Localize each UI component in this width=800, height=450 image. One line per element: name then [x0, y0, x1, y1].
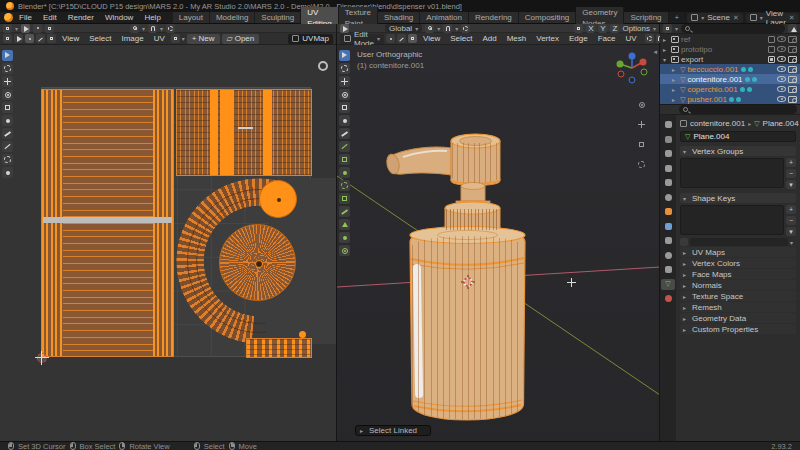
vertex-groups-list[interactable]: [680, 158, 784, 188]
uv-menu-view[interactable]: View: [58, 34, 83, 43]
camera-icon[interactable]: [788, 96, 797, 103]
uv-editor-icon[interactable]: [3, 34, 12, 43]
pivot-point-icon[interactable]: [425, 24, 434, 33]
expand-arrow-icon[interactable]: ▸: [663, 46, 669, 53]
outliner-search-input[interactable]: [681, 24, 785, 33]
tab-layout[interactable]: Layout: [173, 12, 210, 23]
orientation-dropdown[interactable]: Global▾: [385, 24, 422, 32]
panel-face-maps[interactable]: ▸Face Maps: [680, 269, 796, 279]
eye-icon[interactable]: [777, 76, 786, 82]
active-tool-icon[interactable]: [21, 24, 30, 33]
uv-select-edge-icon[interactable]: [36, 34, 45, 43]
uv-select-vertex-icon[interactable]: [25, 34, 34, 43]
v3d-menu-uv[interactable]: UV: [621, 34, 640, 43]
outliner-row-pusher[interactable]: ▸ ▽ pusher.001: [660, 94, 800, 104]
uv-canvas[interactable]: [41, 87, 311, 357]
smooth-tool-button[interactable]: [339, 245, 350, 256]
scale-tool-button[interactable]: [2, 102, 13, 113]
axis-z-toggle[interactable]: Z: [610, 24, 619, 33]
outliner-row-beccuccio[interactable]: ▸ ▽ beccuccio.001: [660, 64, 800, 74]
spin-tool-button[interactable]: [339, 232, 350, 243]
outliner-row-contenitore[interactable]: ▸ ▽ contenitore.001: [660, 74, 800, 84]
camera-icon[interactable]: [788, 46, 797, 53]
outliner-row-export[interactable]: ▾ export: [660, 54, 800, 64]
eye-icon[interactable]: [777, 36, 786, 42]
checkbox-icon[interactable]: [768, 46, 775, 53]
shape-key-specials-button[interactable]: ▾: [786, 227, 796, 236]
tab-render[interactable]: [661, 134, 675, 145]
mode-dropdown[interactable]: Edit Mode ▾: [340, 34, 384, 44]
camera-icon[interactable]: [788, 66, 797, 73]
cursor-tool-button[interactable]: [2, 89, 13, 100]
navigation-gizmo[interactable]: [613, 49, 651, 87]
v3d-menu-face[interactable]: Face: [594, 34, 620, 43]
tab-tool[interactable]: [661, 119, 675, 130]
checkbox-icon[interactable]: [768, 36, 775, 43]
inset-faces-tool-button[interactable]: [339, 167, 350, 178]
v3d-menu-vertex[interactable]: Vertex: [532, 34, 563, 43]
remove-vertex-group-button[interactable]: −: [786, 169, 796, 178]
transform-tool-button[interactable]: [2, 115, 13, 126]
tab-shading[interactable]: Shading: [378, 12, 420, 23]
outliner-row-ref[interactable]: ▸ ref: [660, 34, 800, 44]
extrude-tool-button[interactable]: [339, 154, 350, 165]
panel-shape-keys[interactable]: ▾ Shape Keys: [680, 193, 796, 203]
unlink-scene-icon[interactable]: ✕: [733, 14, 739, 22]
tab-material[interactable]: [661, 293, 675, 304]
v3d-menu-edge[interactable]: Edge: [565, 34, 592, 43]
outliner-editor-icon[interactable]: [663, 24, 672, 33]
menu-help[interactable]: Help: [139, 12, 165, 23]
tab-world[interactable]: [661, 192, 675, 203]
snap-magnet-icon[interactable]: [148, 24, 157, 33]
editor-type-icon[interactable]: [3, 24, 12, 33]
panel-normals[interactable]: ▸Normals: [680, 280, 796, 290]
tab-sculpting[interactable]: Sculpting: [255, 12, 301, 23]
data-name-field[interactable]: ▽ Plane.004: [680, 131, 796, 142]
uv-island-dot[interactable]: [299, 331, 306, 338]
tab-rendering[interactable]: Rendering: [469, 12, 519, 23]
uv-island-strip[interactable]: [247, 339, 311, 357]
tab-scene[interactable]: [661, 177, 675, 188]
expand-arrow-icon[interactable]: ▸: [663, 36, 669, 43]
edge-select-button[interactable]: [397, 34, 406, 43]
shape-keys-list[interactable]: [680, 205, 784, 235]
tool-option-icon[interactable]: [33, 24, 42, 33]
v3d-menu-view[interactable]: View: [419, 34, 444, 43]
camera-icon[interactable]: [788, 86, 797, 93]
transform-tool-button[interactable]: [339, 115, 350, 126]
panel-vertex-groups[interactable]: ▾ Vertex Groups: [680, 146, 796, 156]
select-circle-tool-button[interactable]: [339, 63, 350, 74]
unlink-view-layer-icon[interactable]: ✕: [789, 14, 795, 22]
blender-menu-icon[interactable]: [4, 13, 13, 22]
value-bar[interactable]: [690, 238, 788, 246]
panel-geometry-data[interactable]: ▸Geometry Data: [680, 313, 796, 323]
v3d-menu-add[interactable]: Add: [478, 34, 500, 43]
poly-build-tool-button[interactable]: [339, 219, 350, 230]
mirror-icon[interactable]: [574, 24, 583, 33]
image-browse-icon[interactable]: [171, 34, 180, 43]
expand-arrow-icon[interactable]: ▾: [663, 56, 669, 63]
breadcrumb-data[interactable]: Plane.004: [763, 119, 799, 128]
uv-menu-image[interactable]: Image: [117, 34, 147, 43]
tab-modeling[interactable]: Modeling: [210, 12, 255, 23]
annotate-tool-button[interactable]: [339, 128, 350, 139]
loop-cut-tool-button[interactable]: [339, 193, 350, 204]
move-tool-button[interactable]: [2, 76, 13, 87]
tab-object[interactable]: [661, 206, 675, 217]
menu-render[interactable]: Render: [63, 12, 99, 23]
checkbox-icon[interactable]: [768, 56, 775, 63]
panel-remesh[interactable]: ▸Remesh: [680, 302, 796, 312]
measure-tool-button[interactable]: [2, 141, 13, 152]
proportional-editing-icon[interactable]: [166, 24, 175, 33]
uv-selected-strip[interactable]: [43, 217, 172, 223]
tweak-tool-button[interactable]: [339, 50, 350, 61]
expand-arrow-icon[interactable]: ▸: [672, 76, 678, 83]
options-dropdown[interactable]: Options: [622, 24, 650, 33]
menu-window[interactable]: Window: [100, 12, 138, 23]
proportional-editing-icon[interactable]: [461, 24, 470, 33]
new-image-button[interactable]: +New: [187, 34, 220, 44]
add-vertex-group-button[interactable]: +: [786, 158, 796, 167]
tab-compositing[interactable]: Compositing: [519, 12, 576, 23]
eye-icon[interactable]: [777, 96, 786, 102]
vertex-group-specials-button[interactable]: ▾: [786, 180, 796, 189]
